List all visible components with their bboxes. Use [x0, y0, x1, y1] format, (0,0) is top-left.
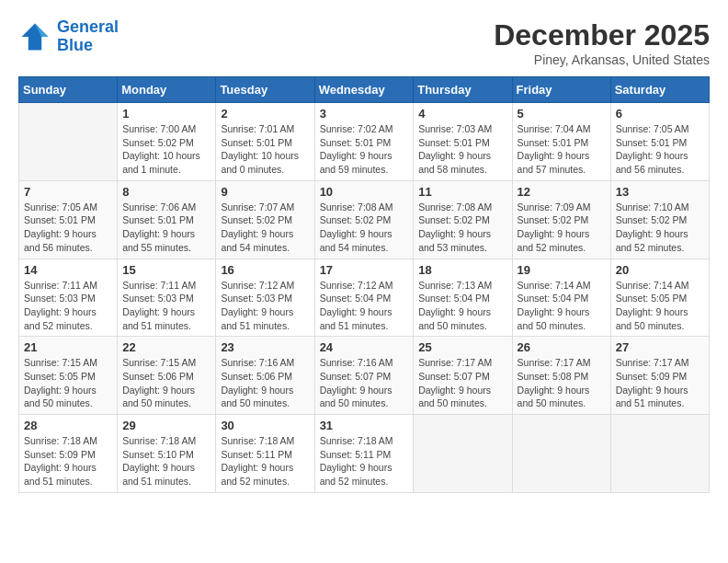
day-number: 23	[221, 340, 309, 354]
day-number: 13	[616, 185, 704, 199]
day-number: 12	[518, 185, 606, 199]
weekday-header: Thursday	[414, 77, 512, 103]
calendar-week-row: 28Sunrise: 7:18 AM Sunset: 5:09 PM Dayli…	[19, 415, 710, 493]
day-number: 3	[320, 107, 409, 121]
day-info: Sunrise: 7:03 AM Sunset: 5:01 PM Dayligh…	[418, 122, 506, 177]
calendar-cell: 20Sunrise: 7:14 AM Sunset: 5:05 PM Dayli…	[610, 259, 709, 337]
calendar-cell: 7Sunrise: 7:05 AM Sunset: 5:01 PM Daylig…	[19, 180, 118, 259]
calendar-cell: 23Sunrise: 7:16 AM Sunset: 5:06 PM Dayli…	[216, 337, 314, 415]
month-title: December 2025	[494, 18, 710, 52]
day-number: 9	[221, 185, 309, 199]
day-number: 7	[24, 185, 112, 199]
day-number: 30	[221, 419, 309, 432]
calendar-cell: 19Sunrise: 7:14 AM Sunset: 5:04 PM Dayli…	[512, 259, 610, 337]
calendar-cell: 25Sunrise: 7:17 AM Sunset: 5:07 PM Dayli…	[414, 337, 512, 415]
day-info: Sunrise: 7:18 AM Sunset: 5:10 PM Dayligh…	[122, 434, 210, 488]
calendar-cell: 3Sunrise: 7:02 AM Sunset: 5:01 PM Daylig…	[314, 103, 414, 181]
day-info: Sunrise: 7:15 AM Sunset: 5:05 PM Dayligh…	[24, 356, 112, 410]
calendar-week-row: 21Sunrise: 7:15 AM Sunset: 5:05 PM Dayli…	[19, 337, 710, 415]
logo-icon	[18, 20, 51, 53]
day-info: Sunrise: 7:11 AM Sunset: 5:03 PM Dayligh…	[24, 279, 112, 333]
title-block: December 2025 Piney, Arkansas, United St…	[494, 18, 710, 67]
day-number: 26	[518, 340, 606, 354]
day-info: Sunrise: 7:18 AM Sunset: 5:11 PM Dayligh…	[221, 434, 309, 488]
day-info: Sunrise: 7:17 AM Sunset: 5:08 PM Dayligh…	[518, 356, 606, 410]
calendar-cell: 18Sunrise: 7:13 AM Sunset: 5:04 PM Dayli…	[414, 259, 512, 337]
calendar-cell: 26Sunrise: 7:17 AM Sunset: 5:08 PM Dayli…	[512, 337, 610, 415]
weekday-header: Friday	[512, 77, 610, 103]
weekday-header: Wednesday	[314, 77, 414, 103]
day-info: Sunrise: 7:09 AM Sunset: 5:02 PM Dayligh…	[518, 201, 606, 255]
day-info: Sunrise: 7:17 AM Sunset: 5:07 PM Dayligh…	[418, 356, 506, 410]
page-header: General Blue December 2025 Piney, Arkans…	[18, 18, 710, 67]
calendar-cell: 11Sunrise: 7:08 AM Sunset: 5:02 PM Dayli…	[414, 180, 512, 259]
calendar-cell: 8Sunrise: 7:06 AM Sunset: 5:01 PM Daylig…	[118, 180, 216, 259]
day-number: 8	[122, 185, 210, 199]
logo-general: General	[57, 17, 119, 36]
calendar-cell	[414, 415, 512, 493]
day-number: 18	[418, 263, 506, 277]
day-number: 22	[122, 340, 210, 354]
day-info: Sunrise: 7:14 AM Sunset: 5:04 PM Dayligh…	[518, 279, 606, 333]
day-info: Sunrise: 7:18 AM Sunset: 5:09 PM Dayligh…	[24, 434, 112, 488]
day-info: Sunrise: 7:01 AM Sunset: 5:01 PM Dayligh…	[221, 122, 309, 177]
calendar-cell: 1Sunrise: 7:00 AM Sunset: 5:02 PM Daylig…	[118, 103, 216, 181]
weekday-header: Saturday	[610, 77, 709, 103]
day-number: 20	[616, 263, 704, 277]
day-number: 29	[122, 419, 210, 432]
calendar-week-row: 14Sunrise: 7:11 AM Sunset: 5:03 PM Dayli…	[19, 259, 710, 337]
calendar-cell: 6Sunrise: 7:05 AM Sunset: 5:01 PM Daylig…	[610, 103, 709, 181]
weekday-header: Tuesday	[216, 77, 314, 103]
calendar-cell: 13Sunrise: 7:10 AM Sunset: 5:02 PM Dayli…	[610, 180, 709, 259]
weekday-header: Sunday	[19, 77, 118, 103]
day-info: Sunrise: 7:02 AM Sunset: 5:01 PM Dayligh…	[320, 122, 409, 177]
day-info: Sunrise: 7:13 AM Sunset: 5:04 PM Dayligh…	[418, 279, 506, 333]
calendar-cell: 15Sunrise: 7:11 AM Sunset: 5:03 PM Dayli…	[118, 259, 216, 337]
calendar-table: SundayMondayTuesdayWednesdayThursdayFrid…	[18, 76, 710, 493]
day-number: 17	[320, 263, 409, 277]
day-info: Sunrise: 7:05 AM Sunset: 5:01 PM Dayligh…	[616, 122, 704, 177]
day-info: Sunrise: 7:18 AM Sunset: 5:11 PM Dayligh…	[320, 434, 409, 488]
calendar-cell: 30Sunrise: 7:18 AM Sunset: 5:11 PM Dayli…	[216, 415, 314, 493]
day-info: Sunrise: 7:17 AM Sunset: 5:09 PM Dayligh…	[616, 356, 704, 410]
day-number: 4	[418, 107, 506, 121]
day-info: Sunrise: 7:16 AM Sunset: 5:06 PM Dayligh…	[221, 356, 309, 410]
calendar-cell: 22Sunrise: 7:15 AM Sunset: 5:06 PM Dayli…	[118, 337, 216, 415]
day-number: 21	[24, 340, 112, 354]
calendar-cell: 10Sunrise: 7:08 AM Sunset: 5:02 PM Dayli…	[314, 180, 414, 259]
day-number: 27	[616, 340, 704, 354]
day-number: 10	[320, 185, 409, 199]
calendar-cell: 14Sunrise: 7:11 AM Sunset: 5:03 PM Dayli…	[19, 259, 118, 337]
logo: General Blue	[18, 18, 119, 55]
day-number: 25	[418, 340, 506, 354]
day-info: Sunrise: 7:00 AM Sunset: 5:02 PM Dayligh…	[122, 122, 210, 177]
calendar-cell: 17Sunrise: 7:12 AM Sunset: 5:04 PM Dayli…	[314, 259, 414, 337]
day-info: Sunrise: 7:07 AM Sunset: 5:02 PM Dayligh…	[221, 201, 309, 255]
day-number: 11	[418, 185, 506, 199]
calendar-cell: 29Sunrise: 7:18 AM Sunset: 5:10 PM Dayli…	[118, 415, 216, 493]
calendar-week-row: 7Sunrise: 7:05 AM Sunset: 5:01 PM Daylig…	[19, 180, 710, 259]
day-info: Sunrise: 7:06 AM Sunset: 5:01 PM Dayligh…	[122, 201, 210, 255]
day-number: 1	[122, 107, 210, 121]
day-info: Sunrise: 7:14 AM Sunset: 5:05 PM Dayligh…	[616, 279, 704, 333]
calendar-cell: 2Sunrise: 7:01 AM Sunset: 5:01 PM Daylig…	[216, 103, 314, 181]
calendar-cell: 5Sunrise: 7:04 AM Sunset: 5:01 PM Daylig…	[512, 103, 610, 181]
day-number: 19	[518, 263, 606, 277]
day-info: Sunrise: 7:08 AM Sunset: 5:02 PM Dayligh…	[320, 201, 409, 255]
calendar-cell: 21Sunrise: 7:15 AM Sunset: 5:05 PM Dayli…	[19, 337, 118, 415]
day-number: 5	[518, 107, 606, 121]
day-number: 24	[320, 340, 409, 354]
day-number: 2	[221, 107, 309, 121]
day-info: Sunrise: 7:16 AM Sunset: 5:07 PM Dayligh…	[320, 356, 409, 410]
day-number: 15	[122, 263, 210, 277]
calendar-cell	[512, 415, 610, 493]
calendar-week-row: 1Sunrise: 7:00 AM Sunset: 5:02 PM Daylig…	[19, 103, 710, 181]
calendar-cell: 31Sunrise: 7:18 AM Sunset: 5:11 PM Dayli…	[314, 415, 414, 493]
day-number: 16	[221, 263, 309, 277]
day-number: 28	[24, 419, 112, 432]
calendar-cell: 24Sunrise: 7:16 AM Sunset: 5:07 PM Dayli…	[314, 337, 414, 415]
logo-blue: Blue	[57, 36, 93, 54]
calendar-cell: 28Sunrise: 7:18 AM Sunset: 5:09 PM Dayli…	[19, 415, 118, 493]
calendar-header-row: SundayMondayTuesdayWednesdayThursdayFrid…	[19, 77, 710, 103]
calendar-cell	[19, 103, 118, 181]
